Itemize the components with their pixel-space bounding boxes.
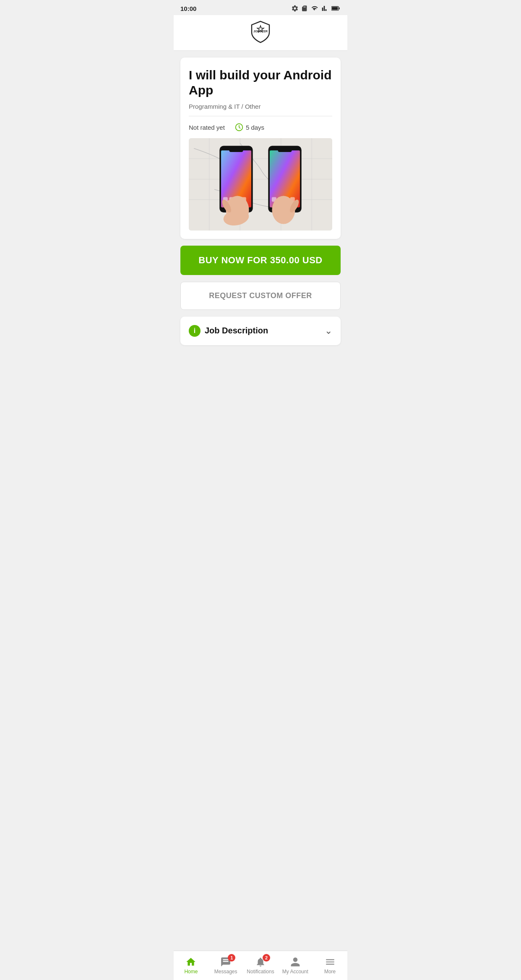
clock-icon	[235, 123, 243, 131]
svg-rect-1	[339, 8, 339, 10]
logo-shield-icon: JOBSTER	[248, 19, 273, 45]
status-time: 10:00	[180, 5, 196, 12]
section-title-group: i Job Description	[189, 325, 268, 337]
svg-rect-27	[278, 149, 292, 152]
job-description-section[interactable]: i Job Description ⌄	[180, 317, 341, 345]
svg-rect-2	[332, 7, 338, 10]
battery-icon	[331, 5, 341, 11]
buy-now-button[interactable]: BUY NOW FOR 350.00 USD	[180, 246, 341, 275]
chevron-down-icon: ⌄	[325, 325, 332, 336]
app-header: JOBSTER	[174, 15, 347, 51]
settings-icon	[291, 5, 299, 12]
product-image	[189, 138, 332, 231]
svg-rect-6	[189, 138, 332, 231]
wifi-icon	[310, 5, 319, 12]
custom-offer-button[interactable]: REQUEST CUSTOM OFFER	[180, 282, 341, 310]
rating-text: Not rated yet	[189, 124, 225, 131]
storage-icon	[301, 5, 308, 12]
status-bar: 10:00	[174, 0, 347, 15]
signal-icon	[321, 5, 329, 12]
main-content: I will build your Android App Programmin…	[174, 51, 347, 385]
delivery-days: 5 days	[235, 123, 264, 131]
logo: JOBSTER	[248, 19, 273, 45]
days-text: 5 days	[246, 124, 264, 131]
status-icons	[291, 5, 341, 12]
product-card: I will build your Android App Programmin…	[180, 58, 341, 239]
info-icon: i	[189, 325, 201, 337]
card-divider	[189, 116, 332, 116]
section-header: i Job Description ⌄	[189, 325, 332, 337]
svg-text:JOBSTER: JOBSTER	[253, 29, 268, 33]
product-title: I will build your Android App	[189, 68, 332, 98]
svg-rect-17	[229, 149, 243, 152]
section-title: Job Description	[205, 326, 268, 335]
product-category: Programming & IT / Other	[189, 103, 332, 110]
card-meta: Not rated yet 5 days	[189, 123, 332, 131]
